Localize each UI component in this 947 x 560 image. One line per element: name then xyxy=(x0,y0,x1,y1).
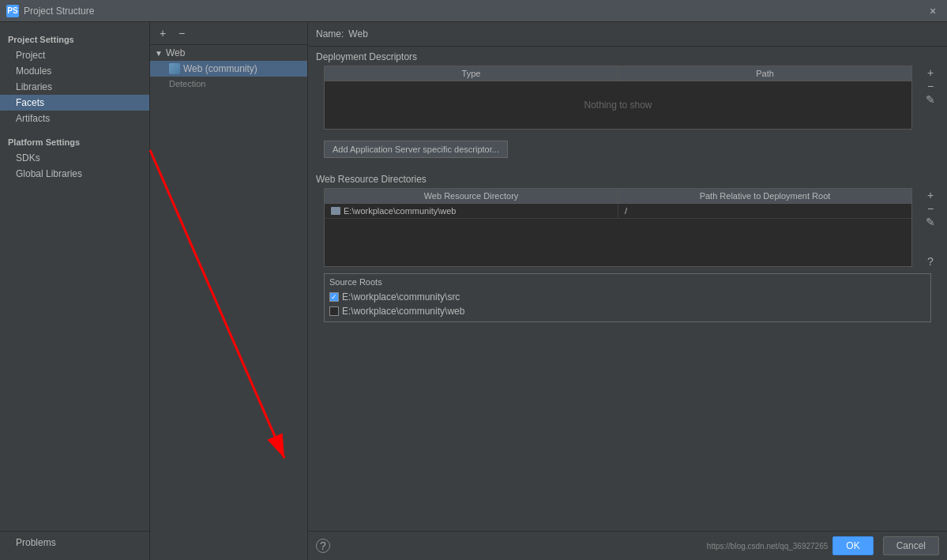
remove-wr-btn[interactable]: − xyxy=(927,203,934,214)
middle-toolbar: + − xyxy=(150,22,307,45)
wr-dir-value: E:\workplace\community\web xyxy=(344,206,456,216)
detection-label: Detection xyxy=(150,77,307,91)
right-panel: Name: Web Deployment Descriptors Type Pa… xyxy=(308,22,947,560)
right-scroll-area: Deployment Descriptors Type Path Nothing… xyxy=(308,47,947,531)
wr-table-row[interactable]: E:\workplace\community\web / xyxy=(325,204,911,219)
wr-table-area: Web Resource Directory Path Relative to … xyxy=(316,188,939,267)
wr-side-actions: + − ✎ ? xyxy=(922,188,939,267)
wr-dir-cell: E:\workplace\community\web xyxy=(325,204,618,218)
add-descriptor-btn-row: Add Application Server specific descript… xyxy=(316,134,939,164)
add-wr-btn[interactable]: + xyxy=(927,190,934,201)
sidebar-item-project[interactable]: Project xyxy=(0,47,149,63)
tree-item-web[interactable]: ▼ Web xyxy=(150,45,307,61)
nothing-to-show-label: Nothing to show xyxy=(584,100,652,111)
sidebar: Project Settings Project Modules Librari… xyxy=(0,22,150,560)
path-column-header: Path xyxy=(618,66,911,81)
remove-facet-button[interactable]: − xyxy=(174,25,190,41)
sidebar-item-facets[interactable]: Facets xyxy=(0,95,149,111)
deployment-table: Type Path Nothing to show xyxy=(324,66,912,130)
add-facet-button[interactable]: + xyxy=(155,25,171,41)
app-icon: PS xyxy=(6,5,19,17)
sidebar-item-artifacts[interactable]: Artifacts xyxy=(0,111,149,126)
wr-dir-column-header: Web Resource Directory xyxy=(325,189,618,203)
sidebar-bottom: Problems xyxy=(0,531,149,554)
url-watermark: https://blog.csdn.net/qq_36927265 xyxy=(707,542,828,551)
source-root-checkbox-1[interactable] xyxy=(329,306,339,316)
remove-descriptor-side-btn[interactable]: − xyxy=(927,81,934,92)
sidebar-item-modules[interactable]: Modules xyxy=(0,63,149,79)
title-bar-left: PS Project Structure xyxy=(6,5,94,17)
wr-table-container: Web Resource Directory Path Relative to … xyxy=(316,188,920,267)
tree-label-web: Web xyxy=(166,47,185,58)
platform-settings-header: Platform Settings xyxy=(0,134,149,150)
web-facet-icon xyxy=(169,63,180,74)
edit-wr-btn[interactable]: ✎ xyxy=(926,216,935,227)
dialog-title: Project Structure xyxy=(24,6,94,17)
middle-panel: + − ▼ Web Web (community) Detection xyxy=(150,22,308,560)
source-root-item-1: E:\workplace\community\web xyxy=(328,304,927,318)
project-settings-header: Project Settings xyxy=(0,32,149,47)
web-resource-header: Web Resource Directories xyxy=(308,169,947,188)
source-root-label-1: E:\workplace\community\web xyxy=(342,306,464,317)
deployment-descriptors-header: Deployment Descriptors xyxy=(308,47,947,66)
deployment-table-body: Nothing to show xyxy=(325,81,911,129)
cancel-button[interactable]: Cancel xyxy=(883,536,939,555)
sidebar-item-libraries[interactable]: Libraries xyxy=(0,79,149,95)
source-root-checkbox-0[interactable]: ✓ xyxy=(329,292,339,302)
title-bar: PS Project Structure × xyxy=(0,0,947,22)
deployment-side-actions: + − ✎ xyxy=(922,66,939,130)
source-roots-area: Source Roots ✓ E:\workplace\community\sr… xyxy=(316,273,939,322)
wr-path-cell: / xyxy=(618,204,911,218)
help-button[interactable]: ? xyxy=(316,539,330,553)
source-root-item-0: ✓ E:\workplace\community\src xyxy=(328,290,927,304)
source-roots-box: Source Roots ✓ E:\workplace\community\sr… xyxy=(324,273,931,322)
dialog-content: Project Settings Project Modules Librari… xyxy=(0,22,947,560)
deployment-table-container: Type Path Nothing to show xyxy=(316,66,920,130)
wr-path-column-header: Path Relative to Deployment Root xyxy=(618,189,911,203)
name-value: Web xyxy=(348,28,939,39)
close-button[interactable]: × xyxy=(925,3,941,19)
tree-arrow-web: ▼ xyxy=(155,49,163,58)
wr-table-header: Web Resource Directory Path Relative to … xyxy=(325,189,911,204)
tree-label-web-community: Web (community) xyxy=(183,63,257,74)
watermark-area: https://blog.csdn.net/qq_36927265 xyxy=(707,542,828,551)
bottom-bar: ? https://blog.csdn.net/qq_36927265 OK C… xyxy=(308,531,947,560)
wr-empty-area xyxy=(325,219,911,266)
source-roots-title: Source Roots xyxy=(328,277,927,287)
deployment-table-header: Type Path xyxy=(325,66,911,81)
checkmark-0: ✓ xyxy=(331,293,337,301)
ok-button[interactable]: OK xyxy=(832,536,873,555)
wr-table: Web Resource Directory Path Relative to … xyxy=(324,188,912,267)
tree-item-web-community[interactable]: Web (community) xyxy=(150,61,307,77)
sidebar-item-problems[interactable]: Problems xyxy=(0,535,149,551)
add-descriptor-button[interactable]: Add Application Server specific descript… xyxy=(324,141,508,158)
edit-descriptor-side-btn[interactable]: ✎ xyxy=(926,94,935,105)
sidebar-item-sdks[interactable]: SDKs xyxy=(0,150,149,166)
type-column-header: Type xyxy=(325,66,618,81)
project-structure-dialog: PS Project Structure × Project Settings … xyxy=(0,0,947,560)
sidebar-item-global-libraries[interactable]: Global Libraries xyxy=(0,166,149,182)
source-root-label-0: E:\workplace\community\src xyxy=(342,291,460,303)
deployment-table-area: Type Path Nothing to show + − ✎ xyxy=(316,66,939,130)
add-descriptor-side-btn[interactable]: + xyxy=(927,67,934,78)
help-wr-btn[interactable]: ? xyxy=(927,256,934,267)
wr-path-value: / xyxy=(625,206,627,216)
folder-icon xyxy=(331,207,340,215)
name-row: Name: Web xyxy=(308,22,947,47)
name-label: Name: xyxy=(316,28,344,39)
bottom-right-actions: https://blog.csdn.net/qq_36927265 OK Can… xyxy=(707,536,939,555)
